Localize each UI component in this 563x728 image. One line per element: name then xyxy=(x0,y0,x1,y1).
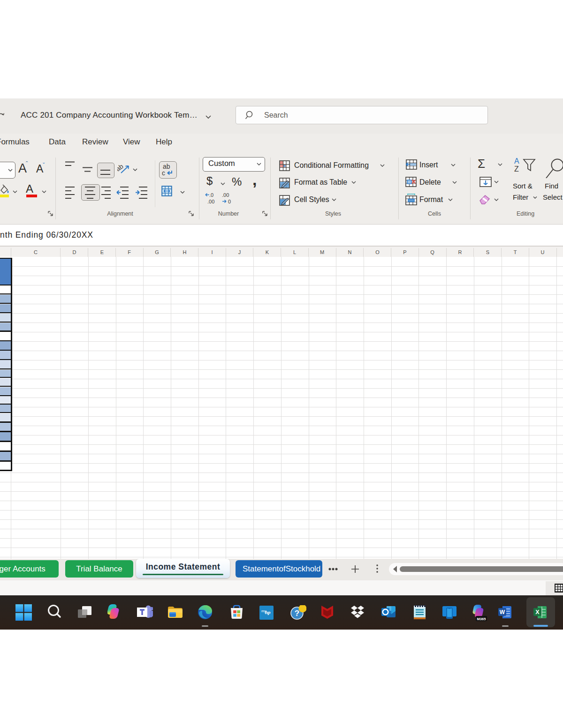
svg-text:.00: .00 xyxy=(207,199,214,204)
svg-text:M365: M365 xyxy=(477,617,486,621)
svg-text:0: 0 xyxy=(228,199,231,204)
svg-text:?: ? xyxy=(295,609,299,618)
svg-text:.0: .0 xyxy=(209,192,213,198)
svg-text:c: c xyxy=(162,169,165,177)
svg-text:X: X xyxy=(535,609,540,615)
svg-text:ab: ab xyxy=(117,162,125,173)
svg-text:hp: hp xyxy=(265,609,271,615)
svg-text:W: W xyxy=(500,609,505,615)
svg-text:.00: .00 xyxy=(222,192,229,198)
